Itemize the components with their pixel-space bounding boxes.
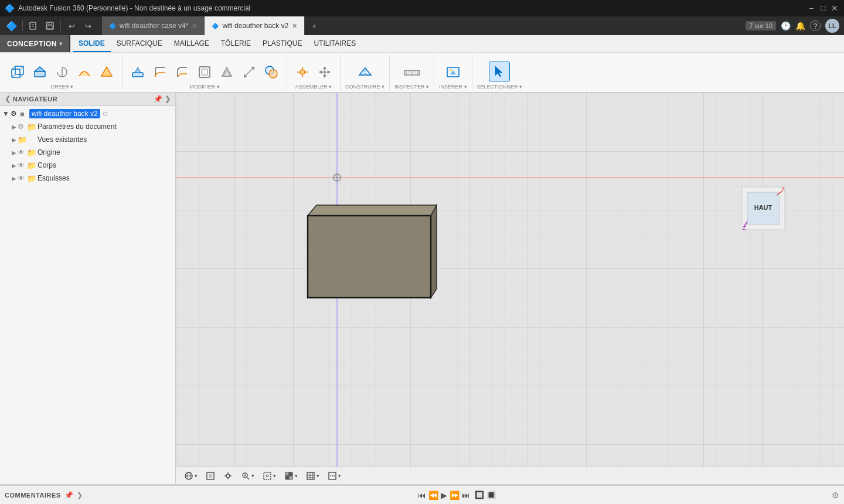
modifier-group: MODIFIER ▾ [125, 55, 287, 90]
maximize-button[interactable]: □ [818, 4, 828, 13]
params-gear-icon: ⚙ [18, 122, 27, 131]
svg-point-49 [450, 69, 452, 71]
assembler-group: ASSEMBLER ▾ [290, 55, 341, 90]
esquisses-eye-icon[interactable]: 👁 [18, 174, 27, 182]
joint-button[interactable] [292, 63, 313, 81]
viewport[interactable]: HAUT X Z ▾ ▾ [176, 93, 844, 484]
selectionner-label[interactable]: SÉLECTIONNER ▾ [477, 84, 523, 90]
navigator-collapse-icon[interactable]: ❮ [5, 95, 11, 103]
modifier-label[interactable]: MODIFIER ▾ [127, 84, 282, 90]
tab-close-button[interactable]: ✕ [192, 22, 197, 30]
tree-item-esquisses[interactable]: ▶ 👁 📁 Esquisses [0, 172, 175, 185]
root-lock-icon[interactable]: ⊙ [103, 110, 108, 118]
tree-item-corps[interactable]: ▶ 👁 📁 Corps [0, 159, 175, 172]
bell-icon[interactable]: 🔔 [795, 21, 805, 30]
sweep-button[interactable] [74, 63, 95, 81]
minimize-button[interactable]: − [806, 4, 816, 13]
tree-item-views[interactable]: ▶ 📁 Vues existantes [0, 133, 175, 146]
fit-button[interactable] [202, 470, 219, 482]
pan-button[interactable] [220, 470, 236, 482]
construire-label[interactable]: CONSTRUIRE ▾ [345, 84, 384, 90]
select-button[interactable] [489, 62, 510, 81]
press-pull-button[interactable] [127, 63, 148, 81]
timeline-start-button[interactable]: ⏮ [418, 491, 426, 500]
tab-utilitaires[interactable]: UTILITAIRES [308, 36, 362, 52]
grid-button[interactable]: ▾ [302, 470, 323, 482]
timeline-history-icon[interactable]: 🔲 [475, 491, 484, 499]
move-button[interactable] [314, 63, 335, 81]
draft-button[interactable] [216, 63, 237, 81]
new-button[interactable] [26, 19, 40, 33]
zoom-button[interactable]: ▾ [237, 470, 258, 482]
tree-item-origin[interactable]: ▶ 👁 📁 Origine [0, 146, 175, 159]
timeline-next-button[interactable]: ⏩ [450, 491, 460, 500]
combine-button[interactable] [261, 63, 282, 81]
inserer-label[interactable]: INSÉRER ▾ [439, 84, 467, 90]
views-label: Vues existantes [38, 135, 87, 144]
comments-expand-icon[interactable]: ❯ [77, 491, 83, 499]
tree-item-root[interactable]: ▼ ⚙ ■ wifi deauther back v2 ⊙ [0, 107, 175, 120]
loft-button[interactable] [96, 63, 117, 81]
tab-maillage[interactable]: MAILLAGE [168, 36, 215, 52]
app-menu-button[interactable]: 🔷 [5, 19, 19, 33]
origin-eye-icon[interactable]: 👁 [18, 148, 27, 156]
svg-point-91 [330, 475, 331, 476]
origin-folder-icon: 📁 [27, 148, 36, 157]
svg-rect-79 [264, 472, 271, 479]
fillet-button[interactable] [149, 63, 171, 81]
zoom-window-button[interactable]: ▾ [259, 470, 280, 482]
3d-object[interactable] [305, 198, 440, 304]
tab-surfacique[interactable]: SURFACIQUE [111, 36, 168, 52]
construct-plane-button[interactable] [354, 60, 376, 81]
timeline-play-button[interactable]: ▶ [441, 491, 447, 500]
esquisses-label: Esquisses [38, 174, 70, 182]
user-avatar[interactable]: LL [825, 19, 839, 33]
navigator-close-icon[interactable]: ❯ [165, 95, 171, 103]
orbit-button[interactable]: ▾ [181, 470, 201, 482]
conception-menu[interactable]: CONCEPTION ▾ [0, 35, 70, 52]
inspecter-label[interactable]: INSPECTER ▾ [394, 84, 429, 90]
clock-icon[interactable]: 🕐 [781, 21, 791, 30]
tab-solide[interactable]: SOLIDE [73, 36, 111, 52]
creer-group: CRÉER ▾ [5, 55, 122, 90]
display-mode-button[interactable]: ▾ [281, 470, 301, 482]
notifications-count[interactable]: 7 sur 10 [746, 21, 776, 30]
tab-label: wifi deauther back v2 [222, 22, 288, 30]
corps-eye-icon[interactable]: 👁 [18, 161, 27, 169]
insert-canvas-button[interactable] [443, 63, 464, 81]
extrude-button[interactable] [29, 63, 50, 81]
close-button[interactable]: ✕ [830, 4, 839, 13]
save-button[interactable] [43, 19, 57, 33]
shell-button[interactable] [194, 63, 215, 81]
settings-button[interactable]: ⚙ [832, 491, 839, 500]
root-settings-icon: ⚙ [11, 110, 20, 118]
undo-button[interactable]: ↩ [64, 19, 79, 33]
help-icon[interactable]: ? [810, 21, 821, 31]
tab-close-button[interactable]: ✕ [292, 22, 297, 30]
chamfer-button[interactable] [172, 63, 193, 81]
tab-plastique[interactable]: PLASTIQUE [257, 36, 308, 52]
timeline-icon2[interactable]: 🔳 [486, 491, 496, 499]
navigator-pin-icon[interactable]: 📌 [154, 95, 162, 103]
svg-marker-58 [308, 216, 431, 298]
comments-pin-icon[interactable]: 📌 [64, 491, 73, 499]
axis-indicator[interactable]: HAUT X Z [741, 186, 785, 230]
tab-tolerie[interactable]: TÔLERIE [215, 36, 257, 52]
redo-button[interactable]: ↪ [81, 19, 95, 33]
timeline-end-button[interactable]: ⏭ [462, 491, 470, 500]
tab-wifi-case[interactable]: 🔷 wifi deauther case v4* ✕ [102, 16, 205, 35]
revolve-button[interactable] [52, 63, 73, 81]
new-component-button[interactable] [7, 63, 28, 81]
new-tab-button[interactable]: ＋ [305, 16, 324, 35]
creer-label[interactable]: CRÉER ▾ [7, 84, 117, 90]
more-options-button[interactable]: ▾ [324, 470, 345, 482]
tab-wifi-back[interactable]: 🔷 wifi deauther back v2 ✕ [205, 16, 305, 35]
comments-section: COMMENTAIRES 📌 ❯ [5, 491, 83, 499]
params-folder-icon: 📁 [27, 122, 36, 131]
tree-item-params[interactable]: ▶ ⚙ 📁 Paramètres du document [0, 120, 175, 133]
measure-button[interactable] [401, 63, 423, 81]
svg-marker-37 [328, 70, 331, 74]
scale-button[interactable] [239, 63, 260, 81]
assembler-label[interactable]: ASSEMBLER ▾ [292, 84, 335, 90]
timeline-prev-button[interactable]: ⏪ [428, 491, 438, 500]
